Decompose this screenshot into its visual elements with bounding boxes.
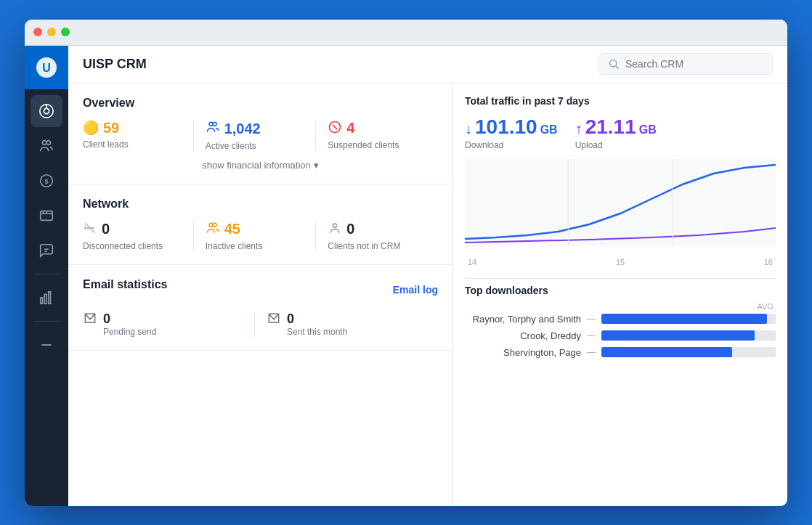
svg-point-3 — [44, 108, 49, 113]
svg-point-5 — [43, 140, 47, 145]
downloader-bar-wrap-1 — [601, 314, 776, 324]
email-sent-icon — [267, 312, 281, 329]
sidebar-divider — [33, 274, 60, 274]
not-in-crm-icon — [328, 221, 342, 238]
search-icon — [608, 58, 620, 70]
search-bar[interactable] — [598, 53, 773, 75]
avg-label: AVG. — [465, 302, 776, 311]
email-pending-icon — [83, 312, 97, 330]
download-number: 101.10 — [475, 115, 537, 139]
active-clients-stat: 1,042 Active clients — [206, 120, 317, 151]
overview-section: Overview 🟡 59 Client leads — [68, 84, 452, 184]
svg-text:$: $ — [44, 177, 48, 184]
sidebar-item-misc[interactable] — [31, 329, 62, 361]
traffic-stats: ↓ 101.10 GB Download ↑ 21.11 GB — [465, 115, 776, 150]
minimize-button[interactable] — [47, 28, 56, 36]
pending-count: 0 — [103, 312, 156, 327]
client-leads-stat: 🟡 59 Client leads — [83, 120, 194, 151]
chart-labels: 14 15 16 — [465, 258, 776, 266]
sidebar: U — [25, 46, 68, 506]
downloader-bar-wrap-3 — [601, 347, 776, 357]
sidebar-item-dashboard[interactable] — [31, 95, 62, 127]
sent-this-month-stat: 0 Sent this month — [267, 312, 438, 337]
show-financial-toggle[interactable]: show financial information ▾ — [83, 160, 438, 171]
chart-label-15: 15 — [616, 258, 625, 266]
download-label: Download — [465, 140, 558, 150]
traffic-chart — [465, 159, 776, 246]
upload-label: Upload — [575, 140, 657, 150]
suspended-clients-icon — [328, 120, 342, 137]
svg-rect-16 — [44, 294, 46, 304]
upload-arrow-icon: ↑ — [575, 121, 582, 137]
downloader-name-1: Raynor, Torphy and Smith — [465, 314, 581, 325]
downloader-bar-wrap-2 — [601, 330, 776, 341]
upload-value: ↑ 21.11 GB — [575, 115, 657, 139]
active-clients-label: Active clients — [206, 141, 304, 151]
inactive-count: 45 — [224, 221, 240, 237]
chart-label-14: 14 — [468, 258, 476, 266]
upload-stat: ↑ 21.11 GB Upload — [575, 115, 657, 150]
active-clients-count: 1,042 — [224, 121, 261, 137]
right-panel: Total traffic in past 7 days ↓ 101.10 GB… — [453, 84, 787, 506]
left-panel: Overview 🟡 59 Client leads — [68, 84, 453, 506]
email-log-button[interactable]: Email log — [393, 284, 438, 296]
suspended-clients-header: 4 — [328, 120, 426, 137]
sidebar-item-reports[interactable] — [31, 282, 62, 314]
title-bar — [25, 20, 787, 46]
sidebar-item-clients[interactable] — [31, 130, 62, 162]
sent-label: Sent this month — [287, 327, 347, 337]
svg-line-20 — [616, 66, 619, 69]
download-value: ↓ 101.10 GB — [465, 115, 558, 139]
client-leads-count: 59 — [103, 120, 119, 137]
client-leads-header: 🟡 59 — [83, 120, 182, 137]
disconnected-icon — [83, 221, 97, 238]
download-stat: ↓ 101.10 GB Download — [465, 115, 558, 150]
downloader-row-2: Crook, Dreddy — — [465, 330, 776, 341]
show-financial-label: show financial information — [202, 160, 311, 171]
sent-this-month-info: 0 Sent this month — [287, 312, 347, 337]
client-leads-icon: 🟡 — [83, 120, 99, 136]
downloader-row-3: Shervington, Page — — [465, 347, 776, 358]
downloader-dash-2: — — [587, 330, 596, 341]
svg-point-19 — [610, 60, 617, 67]
logo[interactable]: U — [25, 46, 68, 89]
disconnected-header: 0 — [83, 221, 182, 238]
downloader-dash-1: — — [587, 314, 596, 324]
svg-rect-15 — [41, 298, 43, 304]
active-clients-header: 1,042 — [206, 120, 304, 138]
chart-label-16: 16 — [764, 258, 773, 266]
email-header: Email statistics Email log — [83, 278, 438, 301]
disconnected-stat: 0 Disconnected clients — [83, 221, 194, 251]
downloader-bar-2 — [601, 330, 755, 341]
pending-label: Pending send — [103, 327, 156, 337]
email-section: Email statistics Email log — [68, 265, 452, 351]
upload-number: 21.11 — [585, 115, 636, 139]
chevron-down-icon: ▾ — [314, 160, 319, 171]
downloader-bar-3 — [601, 347, 732, 357]
email-stats: 0 Pending send — [83, 312, 438, 337]
sidebar-divider-2 — [33, 321, 60, 322]
close-button[interactable] — [33, 28, 42, 36]
svg-point-22 — [213, 122, 216, 126]
sidebar-item-network[interactable] — [31, 200, 62, 232]
sent-count: 0 — [287, 312, 347, 327]
maximize-button[interactable] — [61, 28, 70, 36]
search-input[interactable] — [625, 58, 763, 70]
network-section: Network — [68, 184, 452, 265]
active-clients-icon — [206, 120, 220, 138]
disconnected-count: 0 — [102, 221, 110, 237]
suspended-clients-stat: 4 Suspended clients — [328, 120, 438, 151]
email-title: Email statistics — [83, 278, 168, 291]
dashboard: Overview 🟡 59 Client leads — [68, 84, 787, 506]
network-title: Network — [83, 198, 438, 211]
app-window: U — [25, 20, 787, 506]
downloader-name-2: Crook, Dreddy — [465, 330, 581, 341]
downloaders-header: Top downloaders — [465, 278, 776, 296]
sidebar-item-messages[interactable] — [31, 235, 62, 266]
inactive-stat: 45 Inactive clients — [206, 221, 317, 251]
main-content: UISP CRM Overview — [68, 46, 787, 506]
client-leads-label: Client leads — [83, 139, 182, 150]
suspended-clients-count: 4 — [346, 120, 354, 137]
inactive-icon — [206, 221, 220, 238]
sidebar-item-billing[interactable]: $ — [31, 165, 62, 197]
